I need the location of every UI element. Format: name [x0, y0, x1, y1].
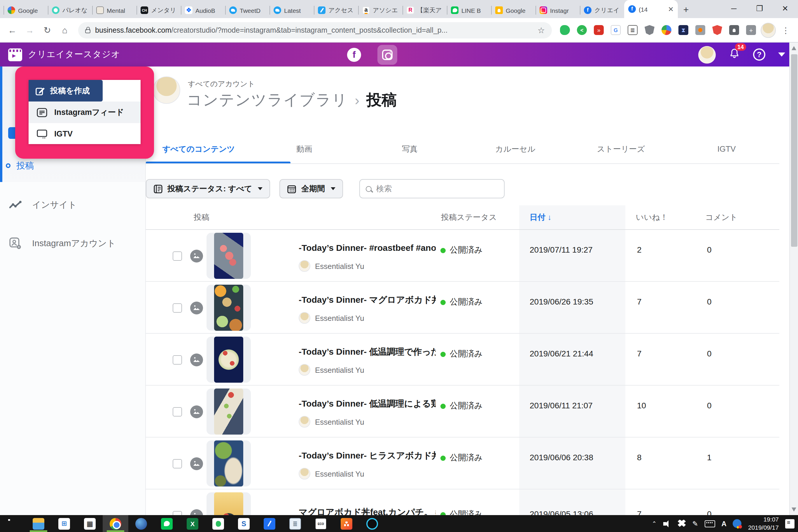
plus-extension-icon[interactable] [746, 25, 756, 35]
browser-tab[interactable]: パレオな [48, 2, 92, 18]
row-checkbox[interactable] [173, 355, 182, 365]
column-header-status[interactable]: 投稿ステータス [441, 212, 497, 223]
tab-photos[interactable]: 写真 [357, 135, 462, 163]
tab-igtv[interactable]: IGTV [674, 135, 779, 163]
tray-chevron-up-icon[interactable]: ⌃ [652, 520, 657, 527]
status-filter-button[interactable]: 投稿ステータス: すべて [146, 179, 270, 198]
taskbar-chrome[interactable] [103, 515, 128, 532]
taskbar-building-app[interactable] [77, 515, 103, 532]
ime-indicator[interactable]: A [722, 519, 726, 528]
browser-profile-avatar[interactable] [761, 22, 776, 38]
taskbar-ecodeco[interactable] [308, 515, 334, 532]
row-checkbox[interactable] [173, 303, 182, 313]
forward-icon[interactable]: → [22, 22, 37, 38]
post-thumbnail[interactable] [207, 337, 251, 383]
facebook-icon[interactable]: f [347, 48, 361, 61]
ublock-extension-icon[interactable] [645, 25, 654, 35]
reload-icon[interactable]: ↻ [40, 22, 55, 38]
post-thumbnail[interactable] [207, 440, 251, 487]
post-thumbnail[interactable] [207, 233, 251, 279]
tab-close-icon[interactable]: ✕ [668, 5, 674, 13]
instagram-tab-active[interactable] [377, 45, 397, 64]
dropbox-icon[interactable] [678, 519, 686, 528]
chevron-down-icon[interactable] [778, 53, 785, 57]
share-extension-icon[interactable] [577, 25, 587, 35]
notifications-button[interactable]: 14 [728, 47, 740, 62]
close-button[interactable]: ✕ [772, 0, 798, 18]
phone-extension-icon[interactable] [695, 25, 705, 35]
taskbar-evernote[interactable] [205, 515, 231, 532]
taskbar-excel[interactable] [180, 515, 205, 532]
search-box[interactable] [359, 179, 505, 198]
browser-tab[interactable]: Mental [92, 2, 136, 18]
home-icon[interactable]: ⌂ [57, 22, 72, 38]
start-button[interactable] [0, 515, 26, 532]
page-scrollbar[interactable] [789, 43, 798, 515]
tab-videos[interactable]: 動画 [251, 135, 357, 163]
browser-tab-active[interactable]: (14✕ [624, 0, 678, 18]
scrollbar-thumb[interactable] [791, 54, 797, 247]
post-thumbnail[interactable] [207, 388, 251, 435]
creator-studio-logo-icon[interactable] [8, 48, 22, 61]
browser-tab[interactable]: 【楽天ア [402, 2, 447, 18]
taskbar-mindmap[interactable] [334, 515, 359, 532]
speaker-icon[interactable] [663, 520, 671, 527]
breadcrumb-parent[interactable]: コンテンツライブラリ [187, 90, 348, 110]
account-avatar[interactable] [153, 76, 180, 104]
notification-center-icon[interactable] [785, 519, 795, 528]
browser-tab[interactable]: アクセス [314, 2, 358, 18]
google-circle-extension-icon[interactable] [662, 25, 671, 35]
hourglass-extension-icon[interactable] [679, 25, 688, 35]
search-input[interactable] [376, 184, 498, 193]
row-checkbox[interactable] [173, 459, 182, 469]
taskbar-notepad[interactable] [282, 515, 308, 532]
keep-extension-icon[interactable] [729, 25, 739, 35]
post-thumbnail[interactable] [207, 492, 251, 515]
table-row[interactable]: -Today’s Dinner- 低温調理による鶏... Essentialis… [146, 385, 779, 437]
reader-extension-icon[interactable] [628, 25, 638, 35]
browser-tab[interactable]: AudioB [181, 2, 225, 18]
taskbar-line[interactable] [154, 515, 180, 532]
post-thumbnail[interactable] [207, 285, 251, 331]
scroll-down-icon[interactable] [792, 508, 796, 512]
browser-tab[interactable]: Google [491, 2, 535, 18]
scroll-up-icon[interactable] [792, 46, 796, 50]
browser-tab[interactable]: メンタリ [136, 2, 181, 18]
browser-tab[interactable]: Google [3, 2, 48, 18]
browser-menu-icon[interactable]: ⋮ [778, 25, 793, 35]
table-row[interactable]: -Today’s Dinner- 低温調理で作った... Essentialis… [146, 334, 779, 385]
browser-tab[interactable]: クリエイ [580, 2, 624, 18]
table-row[interactable]: -Today’s Dinner- ヒラスアボカド丼(... Essentiali… [146, 437, 779, 489]
maximize-button[interactable]: ❐ [747, 0, 772, 18]
taskbar-alexa[interactable] [359, 515, 385, 532]
column-header-post[interactable]: 投稿 [194, 212, 209, 223]
browser-tab[interactable]: LINE B [447, 2, 491, 18]
sidebar-item-instagram-accounts[interactable]: Instagramアカウント [0, 233, 145, 253]
table-row[interactable]: -Today’s Dinner- マグロアボカド丼 ... Essentiali… [146, 282, 779, 334]
help-button[interactable]: ? [753, 49, 765, 61]
minimize-button[interactable]: ─ [721, 0, 747, 18]
table-row[interactable]: マグロアボカド丼feat.カンパチ。 #d... 公開済み 2019/06/05… [146, 489, 779, 515]
sidebar-item-posts[interactable]: 投稿 [0, 156, 145, 175]
tab-stories[interactable]: ストーリーズ [568, 135, 674, 163]
taskbar-ms-store[interactable] [51, 515, 77, 532]
tray-pen-icon[interactable]: ✎ [692, 519, 698, 528]
taskbar-pen-app[interactable] [256, 515, 282, 532]
taskbar-clock[interactable]: 19:07 2019/09/17 [748, 516, 779, 532]
taskbar-thunderbird[interactable] [128, 515, 154, 532]
taskbar-snagit[interactable] [231, 515, 256, 532]
taskbar-file-explorer[interactable] [26, 515, 51, 532]
tab-all-content[interactable]: すべてのコンテンツ [146, 135, 251, 163]
address-bar[interactable]: business.facebook.com/creatorstudio/?mod… [78, 22, 552, 38]
browser-tab[interactable]: Latest [269, 2, 314, 18]
google-ball-icon[interactable] [733, 519, 742, 528]
browser-tab[interactable]: アソシエ [358, 2, 402, 18]
browser-tab[interactable]: Instagr [535, 2, 580, 18]
sidebar-item-insights[interactable]: インサイト [0, 195, 145, 215]
fastforward-extension-icon[interactable] [594, 25, 604, 35]
bookmark-star-icon[interactable]: ☆ [537, 25, 545, 35]
column-header-likes[interactable]: いいね！ [636, 212, 668, 223]
back-icon[interactable]: ← [5, 22, 20, 38]
shield-extension-icon[interactable] [712, 25, 722, 35]
create-post-button[interactable]: 投稿を作成 [28, 80, 103, 101]
